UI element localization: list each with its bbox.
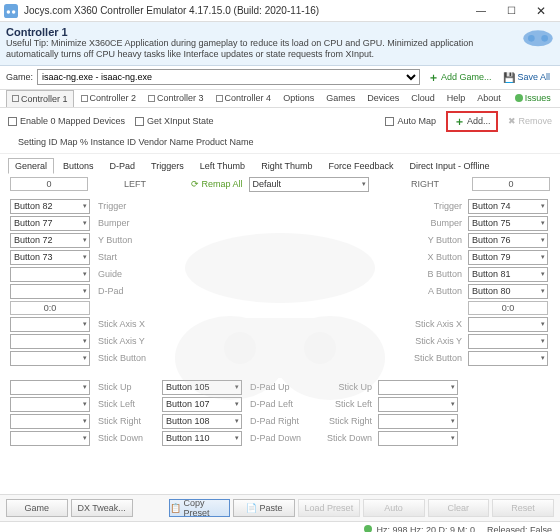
app-icon [4,4,18,18]
svg-point-1 [7,10,11,14]
left-x-select[interactable]: Button 73▾ [10,250,90,265]
svg-point-2 [12,10,16,14]
guide-select[interactable]: .▾ [10,267,90,282]
subtab-direct-input[interactable]: Direct Input - Offline [403,158,497,174]
tab-games[interactable]: Games [321,90,360,106]
left-su-select[interactable]: .▾ [10,380,90,395]
left-sl-select[interactable]: .▾ [10,397,90,412]
left-trigger-select[interactable]: Button 82▾ [10,199,90,214]
add-device-button[interactable]: ＋Add... [446,111,499,132]
load-preset-button[interactable]: Load Preset [298,499,360,517]
svg-point-4 [528,35,535,42]
right-bumper-select[interactable]: Button 75▾ [468,216,548,231]
tab-cloud[interactable]: Cloud [406,90,440,106]
minimize-button[interactable]: — [466,1,496,21]
subtab-general[interactable]: General [8,158,54,174]
tab-controller-3[interactable]: Controller 3 [143,90,209,106]
status-dot-icon [364,525,372,532]
reset-button[interactable]: Reset [492,499,554,517]
maximize-button[interactable]: ☐ [496,1,526,21]
tab-issues[interactable]: Issues [510,90,556,106]
tab-options[interactable]: Options [278,90,319,106]
save-all-button[interactable]: 💾Save All [499,71,554,84]
right-x-select[interactable]: Button 79▾ [468,250,548,265]
left-bumper-select[interactable]: Button 77▾ [10,216,90,231]
right-zero-box: 0:0 [468,301,548,315]
subtab-force-feedback[interactable]: Force Feedback [322,158,401,174]
subtab-triggers[interactable]: Triggers [144,158,191,174]
game-select[interactable]: isaac-ng.exe - isaac-ng.exe [37,69,420,85]
clear-button[interactable]: Clear [428,499,490,517]
game-label: Game: [6,72,33,82]
subtab-buttons[interactable]: Buttons [56,158,101,174]
copy-icon: 📋 [170,503,181,513]
subtab-left-thumb[interactable]: Left Thumb [193,158,252,174]
right-b-select[interactable]: Button 81▾ [468,267,548,282]
tab-controller-2[interactable]: Controller 2 [76,90,142,106]
get-xinput-checkbox[interactable]: Get XInput State [135,116,214,126]
col-left: LEFT [94,179,176,189]
status-square-icon [12,95,19,102]
svg-point-5 [541,35,548,42]
right-sr-select[interactable]: .▾ [378,414,458,429]
preset-select[interactable]: Default▾ [249,177,369,192]
window-title: Jocys.com X360 Controller Emulator 4.17.… [24,5,466,16]
left-sr-select[interactable]: .▾ [10,414,90,429]
automap-checkbox[interactable]: Auto Map [385,116,436,126]
close-button[interactable]: ✕ [526,1,556,21]
right-value-box: 0 [472,177,550,191]
remap-all-button[interactable]: ⟳Remap All [191,179,242,189]
svg-point-3 [523,30,552,46]
device-list-header: Setting ID Map % Instance ID Vendor Name… [0,135,560,154]
enable-mapped-checkbox[interactable]: Enable 0 Mapped Devices [8,116,125,126]
right-a-select[interactable]: Button 80▾ [468,284,548,299]
center-su-select[interactable]: Button 105▾ [162,380,242,395]
left-say-select[interactable]: .▾ [10,334,90,349]
left-zero-box: 0:0 [10,301,90,315]
center-sl-select[interactable]: Button 107▾ [162,397,242,412]
controller-icon [522,26,554,48]
right-sax-select[interactable]: .▾ [468,317,548,332]
left-value-box: 0 [10,177,88,191]
cycle-icon: ⟳ [191,179,199,189]
tab-help[interactable]: Help [442,90,471,106]
chevron-down-icon: ▾ [362,180,366,188]
right-sd-select[interactable]: .▾ [378,431,458,446]
tab-devices[interactable]: Devices [362,90,404,106]
game-button[interactable]: Game [6,499,68,517]
tab-controller-4[interactable]: Controller 4 [211,90,277,106]
tab-controller-1[interactable]: Controller 1 [6,90,74,107]
ok-icon [515,94,523,102]
dx-tweak-button[interactable]: DX Tweak... [71,499,133,517]
right-say-select[interactable]: .▾ [468,334,548,349]
remove-device-button[interactable]: ✖Remove [508,116,552,126]
left-sax-select[interactable]: .▾ [10,317,90,332]
right-y-select[interactable]: Button 76▾ [468,233,548,248]
paste-button[interactable]: 📄Paste [233,499,295,517]
save-icon: 💾 [503,72,515,83]
center-sd-select[interactable]: Button 110▾ [162,431,242,446]
left-sbtn-select[interactable]: .▾ [10,351,90,366]
subtab-right-thumb[interactable]: Right Thumb [254,158,319,174]
useful-tip: Useful Tip: Minimize X360CE Application … [6,38,516,61]
plus-icon: ＋ [428,70,439,85]
right-sl-select[interactable]: .▾ [378,397,458,412]
left-sd-select[interactable]: .▾ [10,431,90,446]
subtab-dpad[interactable]: D-Pad [103,158,143,174]
paste-icon: 📄 [246,503,257,513]
copy-preset-button[interactable]: 📋Copy Preset [169,499,231,517]
add-game-button[interactable]: ＋Add Game... [424,69,496,86]
center-sr-select[interactable]: Button 108▾ [162,414,242,429]
col-right: RIGHT [384,179,466,189]
x-icon: ✖ [508,116,516,126]
right-su-select[interactable]: .▾ [378,380,458,395]
right-sbtn-select[interactable]: .▾ [468,351,548,366]
controller-title: Controller 1 [6,26,516,38]
dpad-select[interactable]: .▾ [10,284,90,299]
auto-button[interactable]: Auto [363,499,425,517]
status-hz: Hz: 998 Hz: 20 D: 9 M: 0 [364,525,475,532]
left-y-select[interactable]: Button 72▾ [10,233,90,248]
right-trigger-select[interactable]: Button 74▾ [468,199,548,214]
tab-about[interactable]: About [472,90,506,106]
status-released: Released: False [487,525,552,532]
